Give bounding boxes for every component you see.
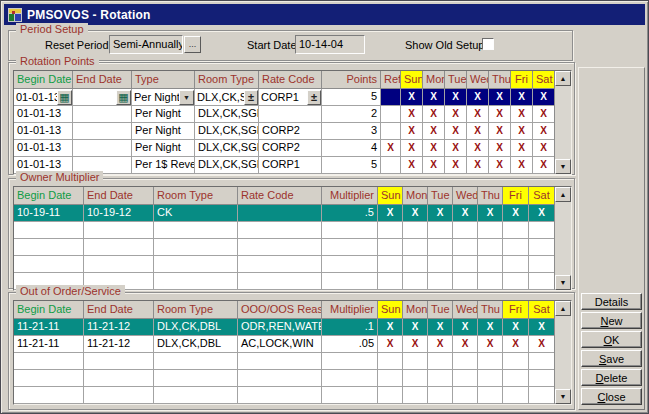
cell-end-date[interactable]: 11-21-12 — [84, 319, 154, 336]
calendar-button[interactable]: ▦ — [57, 90, 72, 105]
cell-begin-date[interactable]: 01-01-13▦ — [14, 89, 73, 106]
cell-mon[interactable]: X — [423, 140, 445, 157]
cell-begin-date[interactable]: 01-01-13 — [14, 140, 73, 157]
cell-mon[interactable]: X — [403, 319, 428, 336]
scroll-down-button[interactable]: ▼ — [555, 275, 571, 290]
vertical-scrollbar[interactable]: ▲▼ — [554, 187, 571, 290]
cell-tue[interactable] — [428, 273, 453, 290]
cell-sat[interactable] — [529, 387, 555, 404]
new-button[interactable]: New — [581, 312, 642, 329]
cell-wed[interactable] — [453, 239, 478, 256]
cell-sat[interactable]: X — [533, 89, 555, 106]
cell-fri[interactable] — [503, 222, 529, 239]
cell-ooo-oos-reason[interactable]: AC,LOCK,WIN — [238, 336, 322, 353]
cell-multiplier[interactable]: .05 — [322, 336, 378, 353]
cell-points[interactable]: 3 — [322, 123, 381, 140]
cell-end-date[interactable] — [73, 123, 132, 140]
cell-sun[interactable] — [378, 387, 403, 404]
cell-sun[interactable] — [378, 370, 403, 387]
cell-multiplier[interactable]: .1 — [322, 319, 378, 336]
cell-tue[interactable] — [428, 239, 453, 256]
cell-tue[interactable]: X — [428, 205, 453, 222]
cell-end-date[interactable] — [84, 222, 154, 239]
cell-wed[interactable] — [453, 273, 478, 290]
cell-tue[interactable]: X — [445, 106, 467, 123]
cell-thu[interactable] — [478, 273, 503, 290]
cell-ref[interactable] — [381, 123, 401, 140]
save-button[interactable]: Save — [581, 350, 642, 367]
cell-end-date[interactable]: ▦ — [73, 89, 132, 106]
cell-rate-code[interactable] — [238, 222, 322, 239]
cell-ref[interactable] — [381, 106, 401, 123]
lov-button[interactable]: ± — [244, 90, 258, 105]
cell-thu[interactable] — [478, 256, 503, 273]
cell-begin-date[interactable]: 01-01-13 — [14, 123, 73, 140]
cell-fri[interactable] — [503, 370, 529, 387]
cell-wed[interactable]: X — [467, 89, 489, 106]
cell-mon[interactable] — [403, 239, 428, 256]
cell-sat[interactable]: X — [533, 157, 555, 174]
cell-sat[interactable] — [529, 239, 555, 256]
cell-sat[interactable] — [529, 273, 555, 290]
cell-mon[interactable] — [403, 256, 428, 273]
cell-ooo-oos-reason[interactable] — [238, 353, 322, 370]
cell-fri[interactable]: X — [503, 205, 529, 222]
cell-points[interactable]: 5 — [322, 157, 381, 174]
scroll-down-button[interactable]: ▼ — [555, 159, 571, 174]
cell-fri[interactable]: X — [503, 336, 529, 353]
cell-tue[interactable]: X — [428, 319, 453, 336]
cell-thu[interactable]: X — [478, 319, 503, 336]
cell-end-date[interactable] — [84, 256, 154, 273]
cell-points[interactable]: 5 — [322, 89, 381, 106]
cell-tue[interactable] — [428, 256, 453, 273]
cell-sat[interactable] — [529, 353, 555, 370]
cell-multiplier[interactable] — [322, 273, 378, 290]
close-button[interactable]: Close — [581, 388, 642, 405]
cell-wed[interactable]: X — [467, 123, 489, 140]
cell-rate-code[interactable]: CORP1 — [259, 157, 322, 174]
cell-sat[interactable]: X — [533, 123, 555, 140]
cell-sat[interactable]: X — [529, 205, 555, 222]
cell-room-type[interactable] — [154, 222, 238, 239]
cell-wed[interactable] — [453, 353, 478, 370]
cell-fri[interactable] — [503, 273, 529, 290]
cell-ref[interactable]: X — [381, 140, 401, 157]
cell-room-type[interactable] — [154, 387, 238, 404]
cell-mon[interactable]: X — [423, 89, 445, 106]
cell-begin-date[interactable] — [14, 256, 84, 273]
cell-sun[interactable] — [378, 239, 403, 256]
cell-wed[interactable]: X — [453, 205, 478, 222]
cell-begin-date[interactable]: 10-19-11 — [14, 205, 84, 222]
cell-thu[interactable] — [478, 239, 503, 256]
cell-sun[interactable]: X — [401, 140, 423, 157]
cell-tue[interactable]: X — [445, 123, 467, 140]
cell-sun[interactable] — [378, 273, 403, 290]
cell-sat[interactable] — [529, 370, 555, 387]
cell-multiplier[interactable]: .5 — [322, 205, 378, 222]
cell-room-type[interactable]: DLX,CK,DBL — [154, 336, 238, 353]
scroll-down-button[interactable]: ▼ — [555, 389, 571, 404]
cell-mon[interactable]: X — [423, 157, 445, 174]
vertical-scrollbar[interactable]: ▲▼ — [554, 71, 571, 174]
cell-type[interactable]: Per Night — [132, 123, 195, 140]
cell-sun[interactable]: X — [378, 336, 403, 353]
cell-type[interactable]: Per Night — [132, 106, 195, 123]
cell-wed[interactable] — [453, 222, 478, 239]
show-old-setup-checkbox[interactable] — [482, 38, 494, 50]
reset-period-browse-button[interactable]: ... — [184, 36, 201, 53]
cell-tue[interactable]: X — [445, 157, 467, 174]
cell-thu[interactable]: X — [489, 140, 511, 157]
cell-begin-date[interactable] — [14, 370, 84, 387]
cell-mon[interactable] — [403, 387, 428, 404]
cell-end-date[interactable] — [84, 370, 154, 387]
cell-room-type[interactable] — [154, 239, 238, 256]
cell-room-type[interactable]: DLX,CK,SGI± — [195, 89, 259, 106]
cell-type[interactable]: Per 1$ Revenu — [132, 157, 195, 174]
cell-sun[interactable] — [378, 353, 403, 370]
cell-room-type[interactable]: DLX,CK,SGK,KO — [195, 123, 259, 140]
cell-ooo-oos-reason[interactable]: ODR,REN,WATER — [238, 319, 322, 336]
cell-multiplier[interactable] — [322, 222, 378, 239]
cell-fri[interactable]: X — [511, 140, 533, 157]
cell-sun[interactable]: X — [401, 157, 423, 174]
dropdown-button[interactable]: ▼ — [179, 90, 194, 105]
